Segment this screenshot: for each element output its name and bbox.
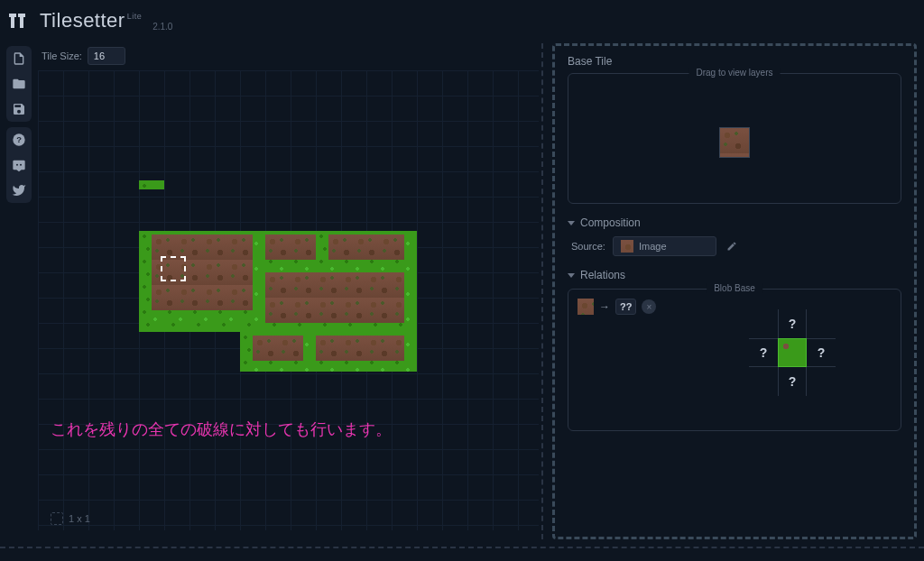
arrow-icon: →: [599, 300, 610, 313]
file-icon: [12, 51, 26, 66]
app-version: 2.1.0: [152, 22, 172, 32]
source-swatch-icon: [621, 240, 633, 253]
base-tile-swatch[interactable]: [719, 127, 750, 158]
save-icon: [12, 102, 26, 116]
twitter-icon: [12, 183, 26, 198]
neighbor-grid: ? ? ? ?: [749, 309, 836, 396]
panel-divider: [541, 43, 543, 539]
new-file-button[interactable]: [6, 46, 32, 71]
discord-button[interactable]: [6, 152, 32, 178]
remove-relation-button[interactable]: ×: [642, 299, 656, 314]
tile-dirt-4[interactable]: [265, 272, 404, 323]
relations-section: Relations Blob Base → ?? × ? ? ? ?: [568, 269, 901, 431]
save-file-button[interactable]: [6, 97, 32, 122]
annotation-text: これを残りの全ての破線に対しても行います。: [51, 418, 392, 440]
app-title: TilesetterLite: [40, 9, 142, 32]
logo-icon: [9, 12, 32, 30]
neighbor-center[interactable]: [778, 338, 807, 367]
composition-title: Composition: [580, 216, 641, 229]
coord-text: 1 x 1: [69, 513, 90, 524]
relations-header[interactable]: Relations: [568, 269, 901, 281]
tile-canvas[interactable]: これを残りの全ての破線に対しても行います。 1 x 1: [38, 70, 539, 530]
tile-dirt-1[interactable]: [152, 235, 253, 310]
twitter-button[interactable]: [6, 178, 32, 203]
composition-section: Composition Source: Image: [568, 216, 901, 256]
chevron-down-icon: [568, 221, 575, 225]
help-icon: ?: [12, 133, 26, 147]
chevron-down-icon: [568, 273, 575, 278]
app-logo: [9, 12, 32, 30]
app-edition: Lite: [127, 12, 143, 21]
neighbor-right[interactable]: ?: [807, 338, 836, 367]
coord-display: 1 x 1: [51, 512, 90, 525]
drag-label: Drag to view layers: [688, 68, 780, 78]
discord-icon: [12, 158, 26, 172]
svg-text:?: ?: [16, 135, 22, 144]
bottom-divider: [0, 547, 924, 548]
tile-size-control: Tile Size:: [42, 47, 125, 65]
base-tile-box[interactable]: Drag to view layers: [568, 73, 901, 204]
tile-dirt-5[interactable]: [253, 336, 303, 361]
sidebar-file-group: [6, 46, 32, 122]
relations-title: Relations: [580, 269, 625, 281]
source-row: Source: Image: [568, 236, 901, 256]
source-label: Source:: [571, 241, 605, 252]
coord-box-icon: [51, 512, 63, 525]
neighbor-bottom[interactable]: ?: [778, 367, 807, 396]
tile-size-input[interactable]: [88, 47, 125, 65]
relation-chain: → ?? ×: [578, 299, 892, 315]
open-file-button[interactable]: [6, 71, 32, 97]
source-select[interactable]: Image: [613, 236, 716, 256]
svg-rect-3: [20, 14, 23, 28]
neighbor-top[interactable]: ?: [778, 309, 807, 338]
tile-grass-patch[interactable]: [139, 180, 164, 189]
source-value: Image: [639, 241, 667, 252]
blob-box: Blob Base → ?? × ? ? ? ?: [568, 289, 901, 431]
relation-tile-swatch[interactable]: [578, 299, 594, 315]
tile-dirt-2[interactable]: [265, 235, 316, 260]
tile-dirt-6[interactable]: [316, 336, 404, 361]
base-tile-section: Base Tile Drag to view layers: [568, 55, 901, 204]
blob-label: Blob Base: [707, 283, 762, 293]
sidebar: ?: [0, 43, 38, 206]
app-header: TilesetterLite 2.1.0: [0, 0, 924, 41]
neighbor-left[interactable]: ?: [749, 338, 778, 367]
inspector-panel: Base Tile Drag to view layers Compositio…: [552, 43, 917, 539]
svg-rect-1: [11, 14, 14, 28]
sidebar-social-group: ?: [6, 127, 32, 203]
pencil-icon: [726, 241, 737, 252]
composition-header[interactable]: Composition: [568, 216, 901, 229]
help-button[interactable]: ?: [6, 127, 32, 152]
relation-target[interactable]: ??: [615, 299, 636, 315]
tile-size-label: Tile Size:: [42, 51, 82, 61]
edit-source-button[interactable]: [724, 238, 740, 254]
folder-icon: [12, 77, 26, 91]
tile-dirt-3[interactable]: [328, 235, 404, 260]
base-tile-title: Base Tile: [568, 55, 901, 68]
